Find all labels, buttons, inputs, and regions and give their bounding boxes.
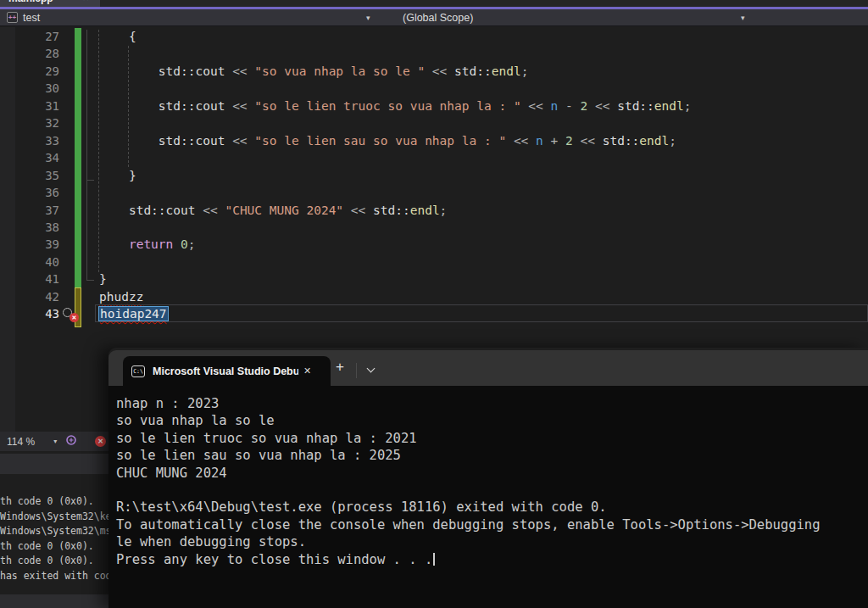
- code-token: endl: [492, 64, 521, 78]
- tab-title: main.cpp: [8, 0, 53, 4]
- line-number: 39: [32, 236, 59, 254]
- code-line[interactable]: }: [99, 167, 136, 185]
- code-token: +: [551, 134, 565, 148]
- error-indicator-icon[interactable]: ✕: [95, 436, 106, 447]
- code-line[interactable]: }: [99, 271, 107, 288]
- terminal-line: [116, 482, 868, 499]
- code-token: endl: [639, 134, 669, 148]
- code-token: phudzz: [99, 290, 143, 304]
- terminal-line: R:\test\x64\Debug\test.exe (process 1811…: [116, 499, 868, 516]
- cpp-file-icon: ++: [7, 12, 18, 23]
- output-text: th code 0 (0x0).Windows\System32\keWindo…: [0, 494, 108, 584]
- code-token: <<: [528, 99, 550, 113]
- line-number: 27: [32, 28, 59, 46]
- chevron-down-icon[interactable]: ▾: [741, 14, 745, 22]
- terminal-tab-title: Microsoft Visual Studio Debug: [153, 365, 298, 377]
- current-line-highlight: [95, 304, 868, 322]
- code-token: std::cout: [99, 99, 232, 113]
- code-token: "so le lien truoc so vua nhap la : ": [254, 99, 528, 113]
- tab-main-cpp[interactable]: main.cpp ✕: [0, 0, 100, 7]
- code-line[interactable]: {: [99, 28, 136, 46]
- terminal-tab[interactable]: C:\ Microsoft Visual Studio Debug ✕: [123, 356, 331, 386]
- output-line: th code 0 (0x0).: [0, 494, 108, 510]
- code-token: }: [99, 169, 136, 182]
- code-token: std::: [603, 134, 640, 148]
- code-token: {: [99, 30, 136, 43]
- project-dropdown[interactable]: test: [23, 12, 40, 24]
- change-tracking-bar-saved: [75, 28, 81, 287]
- line-number: 32: [32, 114, 59, 132]
- line-number: 41: [32, 271, 59, 288]
- output-panel-toolbar: [0, 454, 108, 474]
- code-token: ;: [521, 64, 529, 78]
- output-panel-footer: [0, 594, 108, 608]
- new-tab-button[interactable]: +: [336, 359, 344, 376]
- line-number: 28: [32, 45, 59, 63]
- code-line[interactable]: return 0;: [99, 236, 196, 254]
- code-token: <<: [351, 204, 373, 217]
- line-number: 38: [32, 219, 59, 237]
- code-token: std::cout: [99, 64, 232, 78]
- output-panel: th code 0 (0x0).Windows\System32\keWindo…: [0, 454, 108, 608]
- code-token: std::: [617, 99, 654, 113]
- editor-zoom-bar: 114 % ▾ ✕: [0, 432, 110, 451]
- code-token: ;: [440, 204, 448, 217]
- close-icon[interactable]: ✕: [82, 0, 89, 3]
- code-token: <<: [432, 64, 454, 78]
- code-token: -: [565, 99, 580, 113]
- line-number: 43: [32, 305, 59, 323]
- code-token: 0: [181, 237, 188, 251]
- output-line: th code 0 (0x0).: [0, 554, 108, 569]
- line-number: 34: [32, 149, 59, 167]
- code-token: <<: [203, 204, 225, 217]
- output-line: Windows\System32\ms: [0, 524, 108, 539]
- chevron-down-icon[interactable]: ▾: [53, 438, 57, 445]
- output-line: Windows\System32\ke: [0, 510, 108, 525]
- zoom-level-value[interactable]: 114 %: [7, 436, 35, 448]
- code-token: ;: [684, 99, 692, 113]
- code-token: std::cout: [99, 204, 203, 217]
- code-token: n: [536, 134, 550, 148]
- terminal-line: nhap n : 2023: [116, 395, 868, 412]
- glyph-margin[interactable]: [0, 27, 15, 432]
- code-token: 2: [565, 134, 580, 148]
- code-token: }: [99, 272, 107, 286]
- terminal-line: CHUC MUNG 2024: [116, 465, 868, 482]
- code-token: <<: [595, 99, 617, 113]
- code-token: std::cout: [99, 134, 232, 148]
- outline-guide[interactable]: [86, 30, 87, 281]
- line-number: 31: [32, 98, 59, 115]
- code-token: <<: [232, 99, 254, 113]
- code-token: endl: [654, 99, 684, 113]
- terminal-line: le when debugging stops.: [116, 533, 868, 550]
- code-token: ;: [669, 134, 676, 148]
- scope-dropdown[interactable]: (Global Scope): [403, 12, 473, 24]
- outline-guide-tick: [86, 180, 94, 181]
- intellicode-icon[interactable]: [65, 434, 77, 449]
- chevron-down-icon[interactable]: [367, 365, 376, 373]
- terminal-line: so le lien truoc so vua nhap la : 2021: [116, 430, 868, 447]
- code-token: <<: [514, 134, 536, 148]
- output-line: th code 0 (0x0).: [0, 539, 108, 555]
- code-token: return: [129, 237, 181, 251]
- chevron-down-icon[interactable]: ▾: [366, 14, 370, 22]
- code-line[interactable]: std::cout << "so vua nhap la so le " << …: [99, 63, 528, 81]
- code-token: [99, 237, 129, 251]
- navigation-bar: ++ test ▾ (Global Scope) ▾: [0, 9, 868, 26]
- terminal-titlebar[interactable]: C:\ Microsoft Visual Studio Debug ✕ +: [108, 350, 868, 386]
- line-number: 33: [32, 132, 59, 150]
- line-number: 35: [32, 167, 59, 185]
- cmd-icon: C:\: [131, 365, 145, 377]
- code-token: 2: [581, 99, 595, 113]
- visual-studio-window: main.cpp ✕ ++ test ▾ (Global Scope) ▾ 27…: [0, 0, 868, 608]
- outline-guide-tick: [86, 280, 94, 281]
- code-line[interactable]: std::cout << "CHUC MUNG 2024" << std::en…: [99, 202, 447, 220]
- terminal-line: so le lien sau so vua nhap la : 2025: [116, 447, 868, 464]
- quick-actions-error-icon[interactable]: ✕: [63, 308, 81, 322]
- code-line[interactable]: hoidap247: [99, 305, 168, 323]
- close-icon[interactable]: ✕: [303, 365, 311, 377]
- code-line[interactable]: std::cout << "so le lien truoc so vua nh…: [99, 98, 691, 115]
- code-line[interactable]: std::cout << "so le lien sau so vua nhap…: [99, 132, 676, 150]
- code-line[interactable]: phudzz: [99, 288, 143, 306]
- terminal-output[interactable]: nhap n : 2023so vua nhap la so leso le l…: [108, 386, 868, 608]
